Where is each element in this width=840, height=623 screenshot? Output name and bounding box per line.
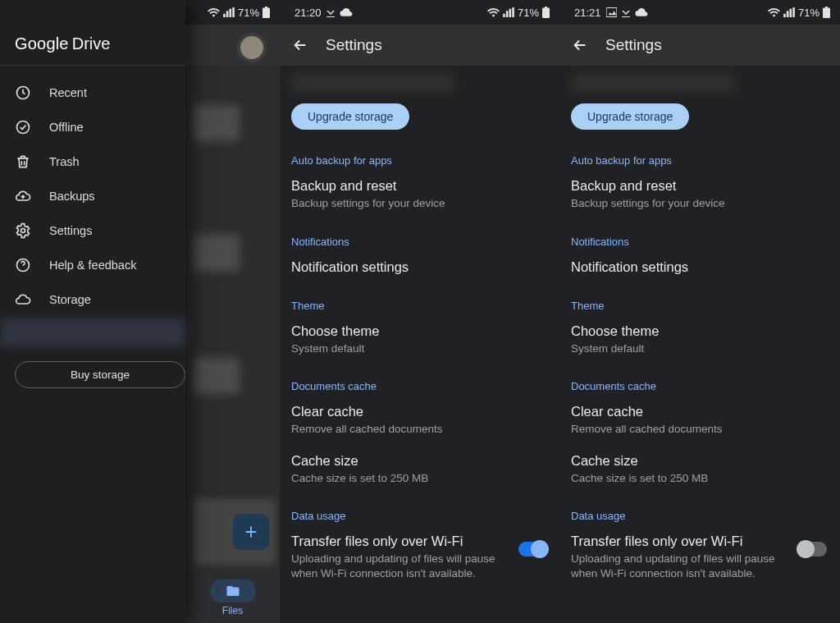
- nav-trash-label: Trash: [49, 155, 80, 168]
- download-icon: [326, 7, 335, 17]
- item-sub: Cache size is set to 250 MB: [291, 471, 548, 486]
- section-notifications: Notifications: [571, 236, 829, 248]
- item-title: Notification settings: [571, 259, 829, 275]
- item-cache-size[interactable]: Cache size Cache size is set to 250 MB: [571, 453, 829, 486]
- nav-backups-label: Backups: [49, 190, 95, 203]
- section-datausage: Data usage: [571, 510, 829, 522]
- nav-storage[interactable]: Storage: [0, 282, 185, 317]
- item-notification-settings[interactable]: Notification settings: [571, 259, 829, 275]
- download-icon: [622, 7, 630, 17]
- buy-storage-button[interactable]: Buy storage: [15, 361, 185, 388]
- nav-backups[interactable]: Backups: [0, 179, 185, 213]
- item-sub: Uploading and updating of files will pau…: [571, 552, 783, 580]
- status-time: 21:21: [574, 7, 601, 19]
- upgrade-storage-button[interactable]: Upgrade storage: [571, 103, 689, 130]
- back-button[interactable]: [291, 36, 309, 54]
- settings-title: Settings: [326, 36, 382, 54]
- svg-rect-4: [606, 7, 617, 16]
- avatar[interactable]: [237, 33, 267, 62]
- wifi-toggle[interactable]: [799, 542, 827, 557]
- item-wifi-only[interactable]: Transfer files only over Wi-Fi Uploading…: [291, 534, 548, 580]
- upgrade-storage-button[interactable]: Upgrade storage: [291, 103, 409, 130]
- nav-storage-label: Storage: [49, 293, 91, 306]
- status-battery-pct: 71%: [798, 7, 819, 19]
- item-choose-theme[interactable]: Choose theme System default: [571, 323, 829, 356]
- item-title: Cache size: [571, 453, 829, 469]
- item-backup-reset[interactable]: Backup and reset Backup settings for you…: [291, 178, 548, 211]
- nav-offline-label: Offline: [49, 121, 84, 134]
- item-sub: Remove all cached documents: [291, 422, 548, 437]
- bottom-nav-files[interactable]: Files: [210, 579, 256, 616]
- battery-icon: [262, 7, 270, 18]
- section-doccache: Documents cache: [571, 380, 829, 392]
- item-cache-size[interactable]: Cache size Cache size is set to 250 MB: [291, 453, 548, 486]
- settings-title: Settings: [605, 36, 662, 54]
- battery-icon: [823, 7, 830, 18]
- section-notifications: Notifications: [291, 236, 548, 248]
- section-doccache: Documents cache: [291, 380, 548, 392]
- wifi-toggle[interactable]: [518, 542, 546, 557]
- item-wifi-only[interactable]: Transfer files only over Wi-Fi Uploading…: [571, 534, 829, 580]
- trash-icon: [15, 153, 31, 170]
- item-notification-settings[interactable]: Notification settings: [291, 259, 548, 275]
- item-sub: Uploading and updating of files will pau…: [291, 552, 502, 580]
- nav-recent-label: Recent: [49, 86, 87, 99]
- svg-point-2: [21, 229, 25, 233]
- settings-body[interactable]: Upgrade storage Auto backup for apps Bac…: [559, 66, 840, 623]
- bottom-nav: Files: [185, 570, 280, 623]
- back-button[interactable]: [571, 36, 589, 54]
- item-title: Backup and reset: [291, 178, 548, 194]
- nav-recent[interactable]: Recent: [0, 76, 185, 110]
- item-backup-reset[interactable]: Backup and reset Backup settings for you…: [571, 178, 829, 211]
- image-icon: [606, 7, 617, 17]
- offline-icon: [15, 119, 31, 135]
- brand-google: Google: [15, 34, 69, 53]
- status-bar: 21:20 71%: [280, 0, 559, 25]
- svg-point-1: [17, 121, 30, 134]
- nav-help[interactable]: Help & feedback: [0, 248, 185, 282]
- nav-offline[interactable]: Offline: [0, 110, 185, 144]
- drawer-brand: Google Drive: [0, 28, 185, 66]
- bottom-nav-files-label: Files: [222, 605, 243, 616]
- storage-detail-blur: [0, 318, 185, 346]
- wifi-icon: [208, 7, 220, 17]
- nav-trash[interactable]: Trash: [0, 144, 185, 179]
- item-title: Cache size: [291, 453, 548, 469]
- item-sub: Remove all cached documents: [571, 422, 829, 437]
- status-time: 21:20: [294, 7, 322, 19]
- settings-body[interactable]: Upgrade storage Auto backup for apps Bac…: [280, 66, 559, 623]
- item-title: Backup and reset: [571, 178, 829, 194]
- wifi-icon: [487, 7, 500, 17]
- section-theme: Theme: [571, 300, 829, 312]
- item-title: Clear cache: [571, 404, 829, 419]
- battery-icon: [542, 7, 550, 18]
- signal-icon: [503, 7, 514, 17]
- account-blur: [571, 74, 735, 92]
- cloud-icon: [15, 291, 31, 308]
- pane-settings-off: 21:21 71% Settings Upgrade storage Auto …: [559, 0, 840, 623]
- status-bar: 21:21 71%: [559, 0, 840, 25]
- fab-add[interactable]: [233, 514, 269, 550]
- account-blur: [291, 74, 455, 92]
- item-title: Notification settings: [291, 259, 548, 275]
- nav-settings[interactable]: Settings: [0, 213, 185, 248]
- settings-header: Settings: [559, 25, 840, 66]
- clock-icon: [15, 85, 31, 101]
- item-sub: Cache size is set to 250 MB: [571, 471, 829, 486]
- item-sub: Backup settings for your device: [291, 196, 548, 211]
- item-sub: System default: [571, 341, 829, 356]
- item-clear-cache[interactable]: Clear cache Remove all cached documents: [291, 404, 548, 437]
- item-choose-theme[interactable]: Choose theme System default: [291, 323, 548, 356]
- item-clear-cache[interactable]: Clear cache Remove all cached documents: [571, 404, 829, 437]
- status-battery-pct: 71%: [238, 7, 259, 19]
- item-sub: Backup settings for your device: [571, 196, 829, 211]
- pane-settings-on: 21:20 71% Settings Upgrade storage Auto …: [280, 0, 559, 623]
- gear-icon: [15, 222, 31, 239]
- cloud-icon: [635, 7, 648, 17]
- item-title: Clear cache: [291, 404, 548, 419]
- item-title: Transfer files only over Wi-Fi: [291, 534, 502, 549]
- item-title: Choose theme: [291, 323, 548, 339]
- settings-header: Settings: [280, 25, 559, 66]
- section-theme: Theme: [291, 300, 548, 312]
- section-datausage: Data usage: [291, 510, 548, 522]
